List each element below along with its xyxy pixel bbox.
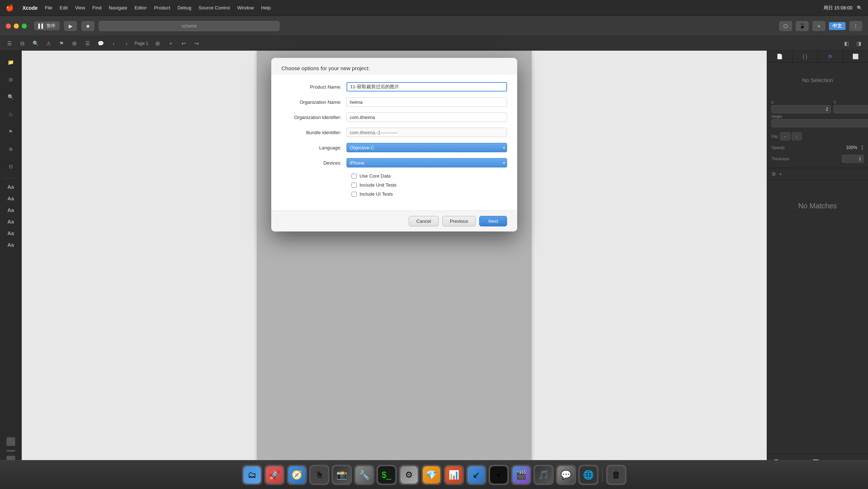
next-button[interactable]: Next — [479, 216, 507, 226]
search-icon[interactable]: 🔍 — [857, 5, 862, 10]
devices-select-wrapper: iPhone iPad Universal ▾ — [346, 158, 507, 167]
dock-item-system[interactable]: ⚙ — [399, 465, 419, 485]
close-button[interactable] — [6, 24, 11, 29]
product-name-input[interactable] — [346, 82, 507, 92]
flip-horizontal-button[interactable]: ↔ — [780, 132, 790, 140]
unit-tests-checkbox[interactable] — [352, 183, 357, 188]
plus-icon[interactable]: + — [779, 171, 782, 177]
rp-tab-object[interactable]: { } — [792, 51, 818, 62]
warning-button[interactable]: ⚠ — [43, 39, 54, 48]
maximize-button[interactable] — [22, 24, 27, 29]
rp-tab-refresh[interactable]: ⟳ — [818, 51, 843, 62]
editor-menu[interactable]: Editor — [135, 5, 147, 10]
dock-item-subversion[interactable]: ↙ — [466, 465, 486, 485]
dock-item-trash[interactable]: 🗑 — [606, 465, 626, 485]
dock-item-tools[interactable]: 🔧 — [354, 465, 374, 485]
help-menu[interactable]: Help — [261, 5, 271, 10]
core-data-label[interactable]: Use Core Data — [359, 173, 391, 179]
previous-button[interactable]: Previous — [442, 216, 476, 226]
sidebar-search-icon[interactable]: 🔍 — [5, 91, 17, 103]
dock-item-ppt[interactable]: 📊 — [444, 465, 464, 485]
core-data-checkbox[interactable] — [352, 174, 357, 179]
dock-item-finder[interactable]: 🗂 — [242, 465, 262, 485]
more-icon: 🌐 — [580, 466, 597, 484]
pause-button[interactable]: ▌▌ 暂停 — [34, 21, 60, 30]
minimize-button[interactable] — [14, 24, 19, 29]
dock-item-sketch[interactable]: 💎 — [421, 465, 442, 485]
sidebar-flag-icon[interactable]: ⚑ — [5, 126, 17, 137]
file-menu[interactable]: File — [45, 5, 52, 10]
dock-item-screenium[interactable]: 📸 — [332, 465, 352, 485]
stop-button[interactable]: ■ — [81, 21, 94, 31]
sidebar-grid-icon[interactable]: ⊞ — [5, 74, 17, 85]
sidebar-bottom-icon1[interactable] — [7, 437, 15, 446]
window-menu[interactable]: Window — [237, 5, 254, 10]
dock-item-music[interactable]: 🎵 — [533, 465, 554, 485]
x-input[interactable] — [771, 105, 831, 113]
navigate-menu[interactable]: Navigate — [109, 5, 127, 10]
ui-tests-label[interactable]: Include UI Tests — [359, 191, 393, 197]
dock-item-safari[interactable]: 🧭 — [287, 465, 307, 485]
flag-button[interactable]: ⚑ — [56, 39, 67, 48]
hierarchy-button[interactable]: ☰ — [4, 39, 14, 48]
scheme-selector[interactable]: scheme — [99, 21, 280, 31]
dock-item-terminal[interactable]: $_ — [376, 465, 397, 485]
pages-grid-button[interactable]: ⊞ — [153, 39, 163, 48]
ui-tests-checkbox[interactable] — [352, 192, 357, 197]
sidebar-source-icon[interactable]: ⊕ — [5, 143, 17, 155]
inspector-button[interactable]: ⋮ — [849, 21, 862, 31]
search-button[interactable]: 🔍 — [30, 39, 41, 48]
product-menu[interactable]: Product — [154, 5, 170, 10]
dock-item-media[interactable]: 🎬 — [511, 465, 531, 485]
edit-menu[interactable]: Edit — [60, 5, 68, 10]
simulator-button[interactable]: 📱 — [796, 21, 809, 31]
sidebar-pages-icon[interactable]: ⊟ — [5, 161, 17, 172]
debug-menu[interactable]: Debug — [178, 5, 191, 10]
forward-button[interactable]: › — [122, 39, 132, 48]
app-menu[interactable]: Xcode — [22, 5, 38, 11]
find-menu[interactable]: Find — [92, 5, 101, 10]
height-input[interactable] — [771, 119, 868, 127]
page-area: Choose options for your new project: Pro… — [22, 51, 767, 470]
dock-item-mouse[interactable]: 🖱 — [309, 465, 329, 485]
rp-tab-file[interactable]: 📄 — [767, 51, 792, 62]
dock-item-chat[interactable]: 💬 — [556, 465, 576, 485]
grid-button[interactable]: ⊞ — [69, 39, 80, 48]
flip-vertical-button[interactable]: ↕ — [792, 132, 802, 140]
org-id-input[interactable] — [346, 112, 507, 122]
terminal-icon: $_ — [378, 466, 395, 484]
list-button[interactable]: ☰ — [82, 39, 93, 48]
apple-menu[interactable]: 🍎 — [6, 4, 14, 12]
library-button[interactable]: + — [812, 21, 825, 31]
screenium-icon: 📸 — [333, 466, 350, 484]
dock-item-launchpad[interactable]: 🚀 — [264, 465, 285, 485]
sidebar-text-aa3: Aa — [8, 207, 14, 213]
panel-right-button[interactable]: ◨ — [854, 39, 864, 48]
sidebar-warning-icon[interactable]: ⚠ — [5, 109, 17, 120]
dock-item-more[interactable]: 🌐 — [578, 465, 599, 485]
breakpoints-button[interactable]: ⬡ — [779, 21, 792, 31]
source-control-menu[interactable]: Source Control — [199, 5, 230, 10]
sidebar-folder-icon[interactable]: 📁 — [5, 56, 17, 68]
undo-button[interactable]: ↩ — [179, 39, 189, 48]
thickness-input[interactable] — [842, 155, 864, 163]
add-page-button[interactable]: + — [166, 39, 176, 48]
gear-icon[interactable]: ⚙ — [771, 171, 776, 177]
redo-button[interactable]: ↪ — [192, 39, 202, 48]
org-name-input[interactable] — [346, 97, 507, 107]
unit-tests-label[interactable]: Include Unit Tests — [359, 182, 396, 188]
view-menu[interactable]: View — [75, 5, 85, 10]
back-button[interactable]: ‹ — [109, 39, 119, 48]
play-icon: ▶ — [69, 23, 73, 29]
language-select[interactable]: Objective-C Swift — [346, 143, 507, 152]
play-button[interactable]: ▶ — [64, 21, 77, 31]
panel-left-button[interactable]: ◧ — [841, 39, 851, 48]
dock-item-black[interactable]: ▪ — [489, 465, 509, 485]
editor-split-button[interactable]: ⊟ — [17, 39, 27, 48]
message-button[interactable]: 💬 — [95, 39, 106, 48]
devices-select[interactable]: iPhone iPad Universal — [346, 158, 507, 167]
rp-tab-square[interactable]: ⬜ — [843, 51, 868, 62]
y-input[interactable] — [834, 105, 868, 113]
opacity-stepper[interactable]: ▲ ▼ — [861, 145, 864, 150]
cancel-button[interactable]: Cancel — [409, 216, 438, 226]
